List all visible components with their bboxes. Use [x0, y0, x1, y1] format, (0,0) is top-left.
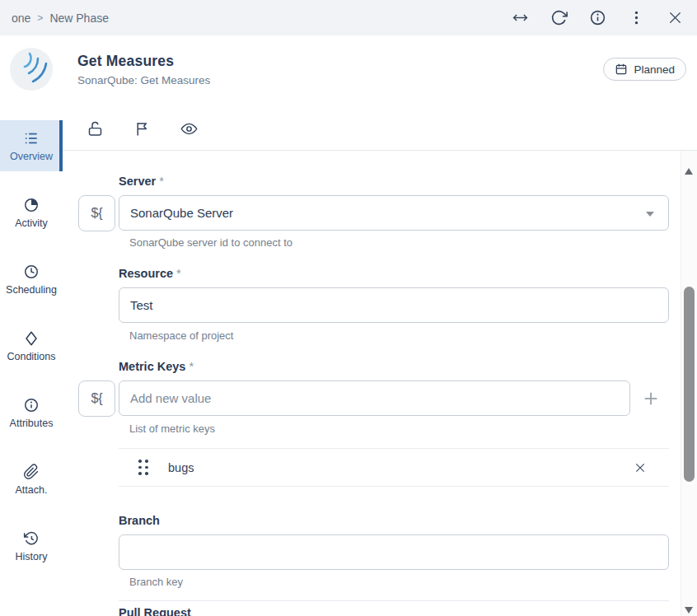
- sidebar-item-scheduling[interactable]: Scheduling: [0, 254, 63, 305]
- sidebar-item-label: Attributes: [10, 418, 54, 429]
- resource-helper: Namespace of project: [129, 329, 233, 342]
- sidebar-item-conditions[interactable]: Conditions: [0, 320, 63, 371]
- clock-icon: [23, 264, 40, 280]
- resource-input[interactable]: [119, 287, 669, 323]
- sidebar-item-label: Activity: [15, 217, 48, 229]
- metric-keys-input[interactable]: [119, 380, 630, 416]
- scrollbar-thumb[interactable]: [684, 287, 695, 482]
- variable-button-label: ${: [91, 206, 102, 221]
- close-icon[interactable]: [667, 9, 684, 26]
- metric-keys-helper: List of metric keys: [129, 422, 215, 435]
- sidebar: Overview Activity Scheduling Conditions …: [0, 107, 63, 616]
- calendar-icon: [615, 63, 628, 76]
- server-label: Server*: [119, 175, 164, 188]
- metric-key-value: bugs: [168, 461, 194, 474]
- sidebar-item-label: Scheduling: [6, 284, 57, 296]
- remove-item-icon[interactable]: [634, 461, 647, 474]
- topbar-actions: [512, 0, 684, 35]
- list-icon: [23, 130, 40, 147]
- sidebar-item-activity[interactable]: Activity: [0, 187, 63, 238]
- sidebar-item-attachments[interactable]: Attach.: [0, 454, 63, 505]
- server-select-value: SonarQube Server: [130, 206, 233, 220]
- task-type-subtitle: SonarQube: Get Measures: [77, 74, 210, 86]
- breadcrumb: one > New Phase: [0, 12, 109, 25]
- scrollbar-up-arrow-icon[interactable]: [685, 168, 693, 175]
- section-divider: [119, 600, 669, 601]
- sidebar-item-label: Conditions: [7, 351, 55, 362]
- sidebar-item-label: Overview: [10, 151, 53, 162]
- sidebar-item-label: Attach.: [16, 484, 48, 496]
- top-bar: one > New Phase: [0, 0, 697, 35]
- task-header: Get Measures SonarQube: Get Measures Pla…: [0, 35, 697, 107]
- pie-chart-icon: [23, 197, 40, 213]
- sidebar-item-label: History: [16, 551, 48, 562]
- server-helper: SonarQube server id to connect to: [129, 236, 292, 249]
- resource-label: Resource*: [119, 267, 181, 280]
- breadcrumb-phase[interactable]: New Phase: [49, 12, 109, 25]
- variable-button-label: ${: [91, 391, 102, 406]
- branch-label: Branch: [119, 514, 160, 527]
- resize-horizontal-icon[interactable]: [512, 9, 529, 26]
- eye-icon[interactable]: [180, 120, 198, 138]
- branch-input[interactable]: [119, 534, 669, 570]
- task-form: Server* ${ SonarQube Server SonarQube se…: [63, 151, 681, 616]
- metric-key-list-item: bugs: [119, 448, 669, 487]
- sonarqube-logo-icon: [10, 48, 53, 91]
- server-select[interactable]: SonarQube Server: [119, 195, 669, 231]
- info-icon: [23, 397, 40, 413]
- scrollbar: [681, 151, 697, 616]
- server-variable-button[interactable]: ${: [78, 195, 115, 231]
- sidebar-item-history[interactable]: History: [0, 520, 63, 572]
- scrollbar-down-arrow-icon[interactable]: [685, 607, 693, 614]
- add-value-icon[interactable]: [642, 390, 660, 408]
- metric-keys-variable-button[interactable]: ${: [78, 380, 115, 417]
- sidebar-item-overview[interactable]: Overview: [0, 120, 63, 171]
- metric-keys-label: Metric Keys*: [119, 360, 194, 373]
- page-title: Get Measures: [77, 53, 174, 70]
- chevron-down-icon: [646, 212, 654, 217]
- unlock-icon[interactable]: [87, 120, 104, 138]
- drag-handle-icon[interactable]: [138, 460, 148, 475]
- breadcrumb-release[interactable]: one: [12, 12, 30, 25]
- status-badge[interactable]: Planned: [603, 58, 686, 81]
- branch-helper: Branch key: [129, 576, 183, 588]
- kebab-menu-icon[interactable]: [628, 9, 645, 26]
- pull-request-label: Pull Request: [119, 606, 191, 616]
- status-badge-label: Planned: [634, 63, 675, 76]
- task-toolbar: [63, 107, 697, 151]
- refresh-icon[interactable]: [550, 9, 568, 26]
- info-icon[interactable]: [589, 9, 606, 26]
- flag-icon[interactable]: [133, 120, 151, 138]
- breadcrumb-separator: >: [37, 12, 43, 24]
- paperclip-icon: [23, 464, 40, 480]
- history-icon: [23, 530, 40, 547]
- sidebar-item-attributes[interactable]: Attributes: [0, 387, 63, 438]
- diamond-icon: [23, 330, 40, 347]
- task-detail-window: one > New Phase: [0, 0, 697, 616]
